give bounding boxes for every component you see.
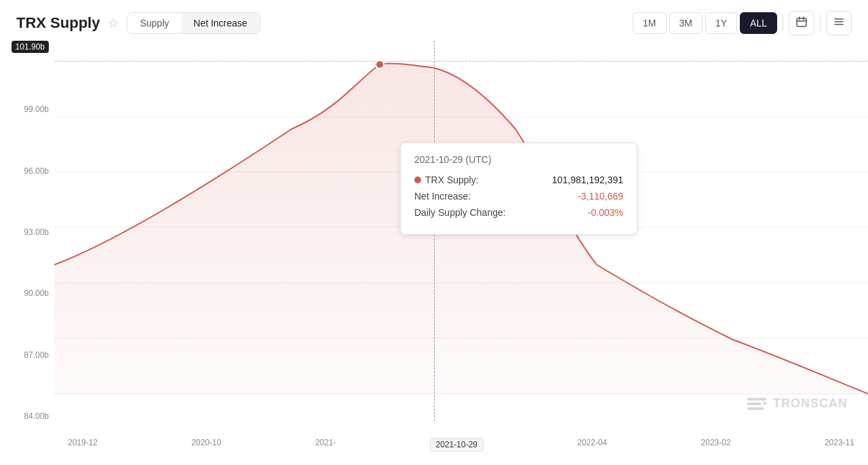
time-btn-1y[interactable]: 1Y xyxy=(705,12,737,34)
y-label-93: 93.00b xyxy=(24,227,49,237)
tab-supply[interactable]: Supply xyxy=(127,13,181,33)
time-btn-all[interactable]: ALL xyxy=(740,12,777,34)
svg-rect-0 xyxy=(797,18,806,26)
svg-marker-11 xyxy=(764,401,768,405)
divider xyxy=(783,15,783,31)
tooltip-row-net-increase: Net Increase: -3,110,669 xyxy=(414,191,623,202)
svg-rect-9 xyxy=(747,403,761,405)
tab-group: Supply Net Increase xyxy=(127,12,260,34)
y-label-99: 99.00b xyxy=(24,105,49,114)
watermark-text: TRONSCAN xyxy=(773,396,848,411)
chart-container: 101.90b 99.00b 96.00b 93.00b 90.00b 87.0… xyxy=(0,41,868,455)
y-label-90: 90.00b xyxy=(24,289,49,298)
x-label-2: 2021- xyxy=(315,438,336,451)
x-axis: 2019-12 2020-10 2021- 2021-10-29 2022-04… xyxy=(54,438,868,451)
peak-line xyxy=(54,61,868,62)
tooltip-supply-label: TRX Supply: xyxy=(414,174,479,185)
calendar-icon[interactable] xyxy=(789,11,814,35)
tronscan-logo-icon xyxy=(746,392,768,414)
tooltip-row-daily-change: Daily Supply Change: -0.003% xyxy=(414,207,623,218)
y-label-96: 96.00b xyxy=(24,166,49,176)
y-label-84: 84.00b xyxy=(24,411,49,421)
x-label-1: 2020-10 xyxy=(191,438,221,451)
tooltip-daily-value: -0.003% xyxy=(588,207,623,218)
y-label-87: 87.00b xyxy=(24,350,49,360)
tooltip-net-value: -3,110,669 xyxy=(578,191,623,202)
tooltip-net-label: Net Increase: xyxy=(414,191,471,202)
header-right: 1M 3M 1Y ALL xyxy=(633,11,852,35)
page-header: TRX Supply ☆ Supply Net Increase 1M 3M 1… xyxy=(0,0,868,41)
x-label-3: 2021-10-29 xyxy=(430,438,484,451)
tooltip: 2021-10-29 (UTC) TRX Supply: 101,981,192… xyxy=(400,143,637,235)
time-btn-3m[interactable]: 3M xyxy=(669,12,703,34)
x-label-6: 2023-11 xyxy=(825,438,854,451)
svg-rect-8 xyxy=(747,398,766,401)
tooltip-date: 2021-10-29 (UTC) xyxy=(414,154,623,165)
divider2 xyxy=(820,15,821,31)
x-label-5: 2023-02 xyxy=(701,438,731,451)
page-title: TRX Supply xyxy=(16,14,100,32)
x-label-4: 2022-04 xyxy=(577,438,607,451)
tooltip-daily-label: Daily Supply Change: xyxy=(414,207,506,218)
tooltip-row-supply: TRX Supply: 101,981,192,391 xyxy=(414,174,623,185)
y-axis: 101.90b 99.00b 96.00b 93.00b 90.00b 87.0… xyxy=(0,41,53,421)
y-label-peak: 101.90b xyxy=(12,41,49,53)
supply-dot xyxy=(414,176,421,183)
x-label-0: 2019-12 xyxy=(68,438,98,451)
chart-area-fill xyxy=(54,63,434,394)
time-btn-1m[interactable]: 1M xyxy=(633,12,666,34)
svg-rect-10 xyxy=(747,407,764,410)
watermark: TRONSCAN xyxy=(746,392,848,414)
favorite-icon[interactable]: ☆ xyxy=(108,16,119,31)
header-left: TRX Supply ☆ Supply Net Increase xyxy=(16,12,260,34)
tab-net-increase[interactable]: Net Increase xyxy=(181,13,259,33)
menu-icon[interactable] xyxy=(826,11,852,35)
tooltip-supply-value: 101,981,192,391 xyxy=(552,174,623,185)
